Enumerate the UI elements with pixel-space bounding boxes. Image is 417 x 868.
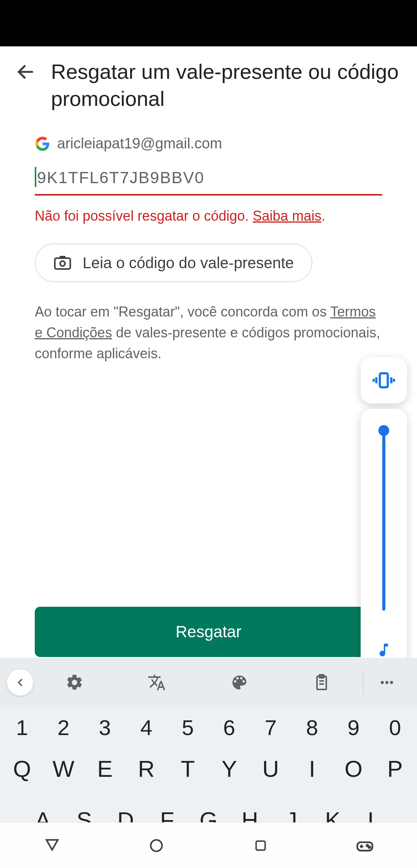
kb-key-5[interactable]: 5 [168, 715, 207, 740]
svg-rect-13 [319, 675, 324, 678]
kb-key-6[interactable]: 6 [210, 715, 249, 740]
svg-point-18 [390, 681, 393, 684]
status-bar [0, 0, 417, 46]
scan-code-button[interactable]: Leia o código do vale-presente [35, 243, 312, 282]
back-icon[interactable] [15, 62, 36, 83]
clipboard-icon [312, 673, 331, 692]
kb-key-y[interactable]: Y [210, 756, 249, 782]
kb-row-1: Q W E R T Y U I O P [0, 756, 417, 782]
music-note-icon [375, 642, 392, 659]
nav-home-icon [148, 837, 165, 854]
nav-home-button[interactable] [143, 832, 170, 859]
navigation-bar [0, 822, 417, 868]
kb-key-u[interactable]: U [251, 756, 290, 782]
scan-code-label: Leia o código do vale-presente [83, 254, 294, 272]
account-email: aricleiapat19@gmail.com [57, 135, 222, 152]
keyboard-toolbar [0, 658, 417, 707]
keyboard-settings-button[interactable] [33, 673, 116, 692]
keyboard-theme-button[interactable] [198, 673, 281, 692]
nav-game-button[interactable] [351, 832, 378, 859]
kb-key-7[interactable]: 7 [251, 715, 290, 740]
content-area: aricleiapat19@gmail.com Não foi possível… [0, 120, 417, 364]
keyboard-collapse-button[interactable] [7, 669, 33, 696]
kb-key-i[interactable]: I [292, 756, 332, 782]
kb-key-1[interactable]: 1 [2, 715, 42, 740]
gamepad-icon [355, 836, 375, 856]
svg-point-30 [369, 846, 370, 848]
error-message: Não foi possível resgatar o código. Saib… [35, 208, 382, 224]
keyboard-clipboard-button[interactable] [281, 673, 363, 692]
keyboard-translate-button[interactable] [116, 673, 198, 692]
code-input-wrap [35, 165, 382, 196]
vibrate-icon [372, 368, 396, 392]
gear-icon [65, 673, 84, 692]
kb-key-w[interactable]: W [44, 756, 83, 782]
more-horizontal-icon [378, 673, 396, 692]
keyboard: 1 2 3 4 5 6 7 8 9 0 Q W E R T Y U I O P … [0, 658, 417, 868]
nav-back-button[interactable] [39, 832, 66, 859]
kb-key-8[interactable]: 8 [292, 715, 332, 740]
kb-key-3[interactable]: 3 [85, 715, 125, 740]
nav-recents-icon [253, 838, 268, 853]
google-logo-icon [35, 136, 50, 151]
kb-key-4[interactable]: 4 [127, 715, 166, 740]
code-input[interactable] [35, 165, 382, 196]
text-cursor [35, 167, 36, 187]
svg-rect-3 [380, 373, 388, 387]
nav-back-icon [44, 837, 61, 854]
svg-marker-23 [46, 840, 58, 850]
kb-key-p[interactable]: P [375, 756, 415, 782]
translate-icon [147, 673, 166, 692]
error-period: . [321, 208, 325, 224]
kb-key-o[interactable]: O [334, 756, 373, 782]
page-title: Resgatar um vale-presente ou código prom… [51, 58, 402, 112]
kb-key-e[interactable]: E [85, 756, 125, 782]
volume-media-area [361, 409, 407, 672]
camera-icon [53, 254, 72, 272]
header: Resgatar um vale-presente ou código prom… [0, 46, 417, 120]
error-text: Não foi possível resgatar o código. [35, 208, 253, 224]
kb-key-0[interactable]: 0 [375, 715, 415, 740]
terms-text: Ao tocar em "Resgatar", você concorda co… [35, 301, 382, 364]
terms-prefix: Ao tocar em "Resgatar", você concorda co… [35, 304, 330, 320]
svg-rect-25 [256, 841, 265, 850]
svg-rect-1 [55, 258, 70, 269]
kb-key-9[interactable]: 9 [334, 715, 373, 740]
volume-slider-thumb[interactable] [378, 425, 389, 436]
redeem-button[interactable]: Resgatar [35, 607, 382, 657]
kb-key-t[interactable]: T [168, 756, 207, 782]
svg-point-29 [366, 844, 368, 846]
svg-point-16 [381, 681, 384, 684]
volume-slider[interactable] [382, 430, 385, 611]
kb-key-q[interactable]: Q [2, 756, 42, 782]
svg-point-2 [60, 261, 65, 266]
kb-key-2[interactable]: 2 [44, 715, 83, 740]
chevron-left-icon [14, 677, 26, 688]
svg-point-24 [151, 840, 162, 851]
account-row: aricleiapat19@gmail.com [35, 135, 382, 152]
keyboard-more-button[interactable] [364, 673, 410, 692]
kb-number-row: 1 2 3 4 5 6 7 8 9 0 [0, 715, 417, 740]
volume-panel [361, 357, 407, 706]
palette-icon [230, 673, 249, 692]
nav-recents-button[interactable] [247, 832, 274, 859]
error-learn-more-link[interactable]: Saiba mais [253, 208, 321, 224]
kb-key-r[interactable]: R [127, 756, 166, 782]
ring-mode-button[interactable] [361, 357, 407, 403]
svg-point-17 [385, 681, 388, 684]
